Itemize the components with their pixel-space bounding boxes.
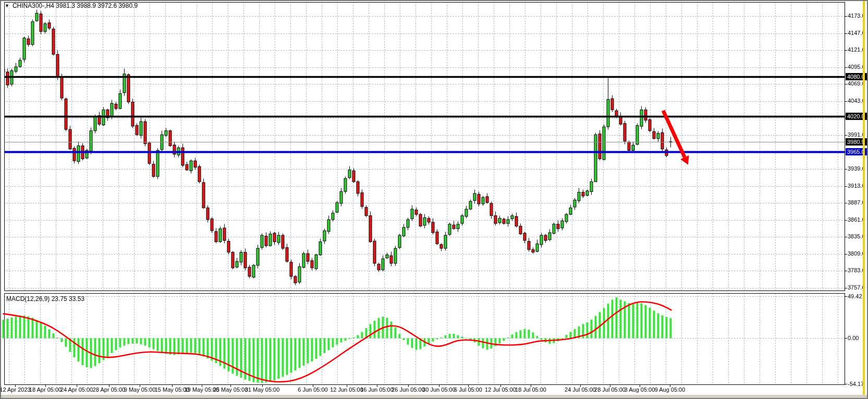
chart-window: ▼ CHINA300-,H4 3981.3 3988.9 3972.6 3980… (0, 0, 868, 399)
chart-menu-triangle-icon[interactable]: ▼ (5, 3, 9, 9)
vertical-marker-line[interactable] (863, 1, 865, 396)
time-axis-label: 25 May 05:00 (213, 386, 248, 393)
symbol-ohlc-title: CHINA300-,H4 3981.3 3988.9 3972.6 3980.9 (13, 2, 138, 9)
price-chart-canvas[interactable] (0, 0, 868, 399)
time-axis-label: 28 Apr 05:00 (93, 386, 125, 393)
time-axis-label: 6 Jul 05:00 (454, 386, 482, 393)
time-axis-label: 18 Jul 05:00 (515, 386, 546, 393)
time-axis-label: 24 Jul 05:00 (565, 386, 596, 393)
time-axis-label: 18 Apr 05:00 (29, 386, 62, 393)
time-axis-label: 26 Jun 05:00 (392, 386, 425, 393)
time-axis-label: 9 May 05:00 (124, 386, 156, 393)
time-axis-label: 3 Aug 05:00 (625, 386, 655, 393)
time-axis-label: 6 Jun 05:00 (298, 386, 328, 393)
time-axis-label: 9 Aug 05:00 (655, 386, 686, 393)
time-axis-label: 30 Jun 05:00 (422, 386, 456, 393)
macd-tick-label: 49.42 (848, 293, 862, 299)
macd-tick-label: 0.00 (848, 335, 859, 341)
macd-tick-label: -54.17 (848, 381, 864, 387)
macd-indicator-label: MACD(12,26,9) 23.75 33.53 (6, 295, 84, 303)
time-axis-label: 31 May 05:00 (245, 386, 280, 393)
time-axis-label: 12 Jul 05:00 (485, 386, 516, 393)
time-axis-label: 12 Apr 2023 (0, 386, 31, 393)
time-axis-label: 12 Jun 05:00 (330, 386, 363, 393)
time-axis-label: 28 Jul 05:00 (594, 386, 626, 393)
window-bottom-strip (1, 395, 867, 398)
chart-title-bar: ▼ CHINA300-,H4 3981.3 3988.9 3972.6 3980… (5, 2, 138, 9)
time-axis-label: 16 Jun 05:00 (360, 386, 394, 393)
time-axis-label: 24 Apr 05:00 (60, 386, 93, 393)
